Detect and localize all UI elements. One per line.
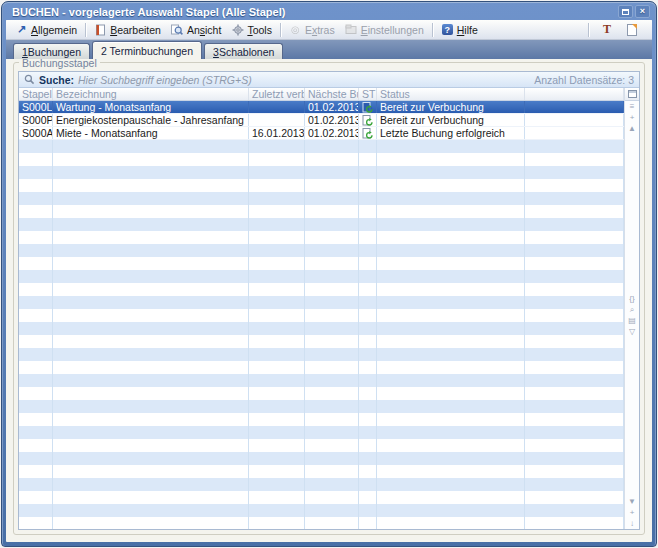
- empty-row[interactable]: [19, 439, 624, 452]
- table-row[interactable]: S000PEnergiekostenpauschale - Jahresanfa…: [19, 114, 624, 127]
- position-icon[interactable]: +: [630, 112, 635, 123]
- scroll-last-icon[interactable]: ↓: [630, 518, 634, 529]
- empty-row[interactable]: [19, 322, 624, 335]
- buchungsstapel-groupbox: Buchungsstapel Suche: Hier Suchbegriff e…: [13, 62, 645, 535]
- col-header-status[interactable]: Status: [377, 88, 525, 100]
- empty-row[interactable]: [19, 218, 624, 231]
- tab-3-schablonen[interactable]: 3 Schablonen: [204, 43, 283, 59]
- cell-st: [359, 101, 377, 113]
- cell-bezeichnung: Miete - Monatsanfang: [53, 127, 249, 139]
- empty-row[interactable]: [19, 361, 624, 374]
- cell-status: [377, 335, 525, 348]
- hammer-button[interactable]: T: [592, 21, 622, 38]
- empty-row[interactable]: [19, 413, 624, 426]
- cell-zuletzt_verbucht: [249, 465, 305, 478]
- table-row[interactable]: S000LWartung - Monatsanfang01.02.2013 /F…: [19, 101, 624, 114]
- scroll-down-icon[interactable]: ▼: [628, 496, 636, 507]
- col-header-bezeichnung[interactable]: Bezeichnung: [53, 88, 249, 100]
- cell-zuletzt_verbucht: [249, 153, 305, 166]
- cell-naechste_buchung: [305, 348, 359, 361]
- cell-zuletzt_verbucht: [249, 517, 305, 529]
- new-document-button[interactable]: [622, 23, 648, 37]
- tab-2-terminbuchungen[interactable]: 2 Terminbuchungen: [92, 41, 202, 59]
- cell-status: [377, 452, 525, 465]
- empty-row[interactable]: [19, 166, 624, 179]
- empty-row[interactable]: [19, 257, 624, 270]
- empty-row[interactable]: [19, 387, 624, 400]
- menu-allgemein[interactable]: ↗Allgemein: [10, 23, 82, 37]
- empty-row[interactable]: [19, 465, 624, 478]
- hammer-icon: T: [597, 22, 617, 37]
- empty-row[interactable]: [19, 140, 624, 153]
- record-count: Anzahl Datensätze: 3: [534, 74, 634, 86]
- empty-row[interactable]: [19, 231, 624, 244]
- close-button[interactable]: ×: [635, 5, 650, 18]
- menu-ansicht[interactable]: Ansicht: [166, 23, 226, 37]
- restore-button[interactable]: [618, 5, 633, 18]
- table-row[interactable]: S000AMiete - Monatsanfang16.01.2013 /Mi0…: [19, 127, 624, 140]
- cell-zuletzt_verbucht: [249, 426, 305, 439]
- col-header-naechste_buchung[interactable]: Nächste Buchun: [305, 88, 359, 100]
- cell-bezeichnung: [53, 439, 249, 452]
- empty-row[interactable]: [19, 283, 624, 296]
- empty-row[interactable]: [19, 478, 624, 491]
- position2-icon[interactable]: +: [630, 507, 635, 518]
- empty-row[interactable]: [19, 348, 624, 361]
- grid-search-icon[interactable]: ⌕: [630, 304, 634, 315]
- menu-bearbeiten[interactable]: Bearbeiten: [89, 23, 166, 37]
- menu-tools[interactable]: Tools: [226, 23, 277, 37]
- brackets-icon[interactable]: {}: [629, 293, 634, 304]
- help-icon: ?: [441, 24, 454, 36]
- column-chooser-button[interactable]: [625, 88, 639, 101]
- empty-row[interactable]: [19, 244, 624, 257]
- cell-status: [377, 361, 525, 374]
- scroll-up-icon[interactable]: ▲: [628, 123, 636, 134]
- cell-zuletzt_verbucht: [249, 192, 305, 205]
- empty-row[interactable]: [19, 335, 624, 348]
- booking-post-icon: [362, 128, 373, 139]
- cell-zuletzt_verbucht: [249, 257, 305, 270]
- col-header-filler[interactable]: [525, 88, 624, 100]
- cell-stapel: [19, 335, 53, 348]
- cell-stapel: [19, 257, 53, 270]
- empty-row[interactable]: [19, 452, 624, 465]
- empty-row[interactable]: [19, 192, 624, 205]
- empty-row[interactable]: [19, 426, 624, 439]
- col-header-zuletzt_verbucht[interactable]: Zuletzt verbucht: [249, 88, 305, 100]
- empty-row[interactable]: [19, 400, 624, 413]
- batch-table: StapelBezeichnungZuletzt verbuchtNächste…: [19, 88, 624, 529]
- menu-hilfe[interactable]: ?Hilfe: [436, 23, 483, 37]
- empty-row[interactable]: [19, 153, 624, 166]
- menu-label: Allgemein: [31, 24, 77, 36]
- scroll-first-icon[interactable]: ≡: [630, 101, 635, 112]
- search-input[interactable]: Suche: Hier Suchbegriff eingeben (STRG+S…: [19, 72, 639, 88]
- empty-row[interactable]: [19, 270, 624, 283]
- cell-zuletzt_verbucht: [249, 348, 305, 361]
- empty-row[interactable]: [19, 517, 624, 529]
- empty-row[interactable]: [19, 309, 624, 322]
- empty-row[interactable]: [19, 296, 624, 309]
- col-header-st[interactable]: ST: [359, 88, 377, 100]
- cell-st: [359, 387, 377, 400]
- cell-bezeichnung: [53, 322, 249, 335]
- cell-stapel: [19, 465, 53, 478]
- tab-1-buchungen[interactable]: 1 Buchungen: [13, 43, 90, 59]
- cell-stapel: [19, 179, 53, 192]
- cell-status: [377, 179, 525, 192]
- cell-filler: [525, 413, 624, 426]
- app-window: BUCHEN - vorgelagerte Auswahl Stapel (Al…: [1, 1, 657, 547]
- cell-stapel: [19, 517, 53, 529]
- cell-naechste_buchung: 01.02.2013 /Fr: [305, 114, 359, 126]
- col-header-stapel[interactable]: Stapel: [19, 88, 53, 100]
- empty-row[interactable]: [19, 205, 624, 218]
- cell-stapel: [19, 387, 53, 400]
- summary-icon[interactable]: ▤: [628, 315, 636, 326]
- cell-st: [359, 491, 377, 504]
- empty-row[interactable]: [19, 179, 624, 192]
- empty-row[interactable]: [19, 491, 624, 504]
- filter-icon[interactable]: ▽: [629, 326, 635, 337]
- close-icon: ×: [640, 7, 645, 16]
- empty-row[interactable]: [19, 374, 624, 387]
- cell-status: [377, 439, 525, 452]
- empty-row[interactable]: [19, 504, 624, 517]
